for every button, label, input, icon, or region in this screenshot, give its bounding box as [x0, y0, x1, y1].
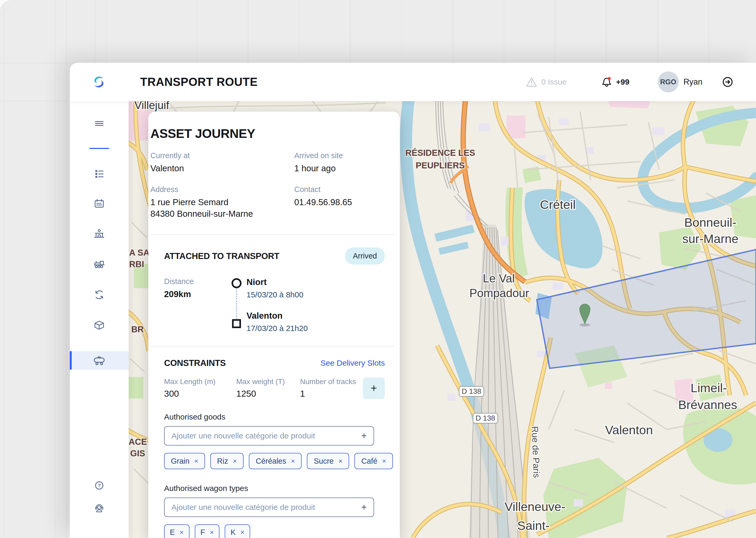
remove-chip-icon[interactable]: × — [233, 457, 237, 465]
contact-value: 01.49.56.98.65 — [294, 196, 352, 208]
authorised-goods-input[interactable]: Ajouter une nouvelle catégorie de produi… — [164, 426, 374, 446]
sync-icon — [93, 289, 106, 301]
remove-chip-icon[interactable]: × — [210, 528, 214, 536]
desktop-background: TRANSPORT ROUTE 0 Issue — [0, 0, 756, 538]
notifications-button[interactable]: +99 — [600, 76, 630, 88]
svg-text:Brévannes: Brévannes — [678, 398, 737, 412]
svg-text:?: ? — [98, 483, 101, 488]
svg-text:PEUPLIERS: PEUPLIERS — [415, 161, 465, 170]
sidebar-divider — [89, 148, 109, 149]
add-constraint-button[interactable]: + — [363, 377, 385, 399]
app-window: TRANSPORT ROUTE 0 Issue — [70, 63, 756, 538]
brand-logo-icon — [91, 74, 107, 89]
arrived-on-site-label: Arrived on site — [294, 151, 343, 160]
goods-chip[interactable]: Riz× — [210, 453, 244, 469]
address-label: Address — [150, 185, 294, 194]
timeline-connector — [236, 288, 237, 319]
wagon-chip[interactable]: K× — [225, 524, 250, 538]
distance-label: Distance — [164, 277, 226, 286]
address-line1: 1 rue Pierre Semard — [150, 196, 294, 208]
sidebar-item-planning[interactable] — [70, 194, 129, 213]
goods-chip[interactable]: Grain× — [164, 453, 205, 469]
goods-chip[interactable]: Céréales× — [249, 453, 302, 469]
svg-text:Valenton: Valenton — [605, 423, 653, 437]
remove-chip-icon[interactable]: × — [179, 528, 183, 536]
max-length-label: Max Length (m) — [164, 377, 236, 386]
plus-icon[interactable]: + — [361, 430, 367, 441]
panel-title: ASSET JOURNEY — [150, 126, 389, 141]
remove-chip-icon[interactable]: × — [382, 457, 386, 465]
page-title: TRANSPORT ROUTE — [140, 76, 258, 88]
sidebar: ? — [70, 101, 129, 538]
svg-text:Bonneuil-: Bonneuil- — [684, 215, 736, 229]
contact-label: Contact — [294, 185, 352, 194]
menu-icon — [93, 117, 105, 130]
status-badge: Arrived — [345, 247, 385, 265]
remove-chip-icon[interactable]: × — [240, 528, 244, 536]
svg-text:Créteil: Créteil — [540, 197, 576, 211]
remove-chip-icon[interactable]: × — [291, 457, 295, 465]
station-icon — [93, 228, 106, 240]
journey-timeline — [226, 277, 247, 333]
locomotive-icon — [93, 258, 106, 271]
list-icon — [93, 167, 105, 180]
svg-text:Villejuif: Villejuif — [134, 101, 169, 111]
sidebar-item-stations[interactable] — [70, 225, 129, 243]
wagon-chip[interactable]: F× — [195, 524, 220, 538]
svg-text:Le Val: Le Val — [483, 272, 515, 285]
tank-wagon-icon — [92, 353, 106, 367]
asset-journey-panel: ASSET JOURNEY Currently at Valenton Arri… — [148, 112, 400, 538]
wagon-chips: E× F× K× — [164, 524, 385, 538]
sidebar-item-list[interactable] — [70, 164, 129, 183]
wagons-input-placeholder: Ajouter une nouvelle catégorie de produi… — [171, 503, 361, 512]
sidebar-item-packages[interactable] — [70, 316, 129, 334]
issues-indicator[interactable]: 0 Issue — [526, 76, 567, 88]
tracks-value: 1 — [300, 389, 356, 399]
origin-stop-icon — [231, 278, 242, 288]
support-icon — [93, 502, 105, 514]
svg-text:BR: BR — [131, 324, 144, 334]
max-weight-label: Max weight (T) — [236, 377, 300, 386]
svg-text:Saint-: Saint- — [517, 518, 550, 532]
remove-chip-icon[interactable]: × — [338, 457, 342, 465]
stop-item: Valenton 17/03/20 à 21h20 — [247, 311, 385, 333]
goods-chip[interactable]: Sucre× — [307, 453, 349, 469]
menu-toggle[interactable] — [70, 114, 129, 133]
see-delivery-slots-link[interactable]: See Delivery Slots — [320, 358, 385, 367]
svg-text:D 138: D 138 — [476, 414, 495, 422]
svg-text:ACE: ACE — [129, 437, 147, 447]
svg-text:RBI: RBI — [129, 259, 144, 269]
plus-icon[interactable]: + — [361, 502, 367, 513]
svg-text:Limeil-: Limeil- — [691, 381, 727, 395]
notifications-count: +99 — [616, 78, 630, 86]
sidebar-item-wagons[interactable] — [70, 351, 129, 370]
stop-name: Valenton — [247, 311, 385, 321]
sidebar-item-help[interactable]: ? — [70, 476, 129, 495]
bell-icon — [600, 76, 613, 88]
max-length-value: 300 — [164, 389, 236, 399]
max-weight-value: 1250 — [236, 389, 300, 399]
address-line2: 84380 Bonneuil-sur-Marne — [150, 208, 294, 220]
stop-datetime: 15/03/20 à 8h00 — [247, 290, 385, 299]
arrow-right-circle-icon — [721, 76, 734, 88]
sidebar-item-cycles[interactable] — [70, 286, 129, 304]
sidebar-item-locomotives[interactable] — [70, 255, 129, 273]
avatar[interactable]: RGO — [658, 72, 679, 92]
logout-button[interactable] — [721, 76, 734, 88]
constraints-section-title: CONSTRAINTS — [164, 358, 226, 368]
wagon-chip[interactable]: E× — [164, 524, 190, 538]
remove-chip-icon[interactable]: × — [194, 457, 198, 465]
help-icon: ? — [93, 479, 105, 492]
goods-chip[interactable]: Café× — [354, 453, 393, 469]
svg-text:Pompadour: Pompadour — [469, 287, 529, 299]
authorised-goods-label: Authorised goods — [164, 412, 385, 421]
issues-count: 0 Issue — [541, 78, 567, 86]
app-header: TRANSPORT ROUTE 0 Issue — [70, 63, 756, 101]
stop-item: Niort 15/03/20 à 8h00 — [247, 277, 385, 299]
svg-text:GIS: GIS — [130, 449, 145, 458]
avatar-initials: RGO — [660, 78, 677, 86]
authorised-wagons-label: Authorised wagon types — [164, 484, 385, 493]
authorised-wagons-input[interactable]: Ajouter une nouvelle catégorie de produi… — [164, 498, 374, 517]
destination-stop-icon — [232, 319, 241, 328]
sidebar-item-support[interactable] — [70, 499, 129, 517]
